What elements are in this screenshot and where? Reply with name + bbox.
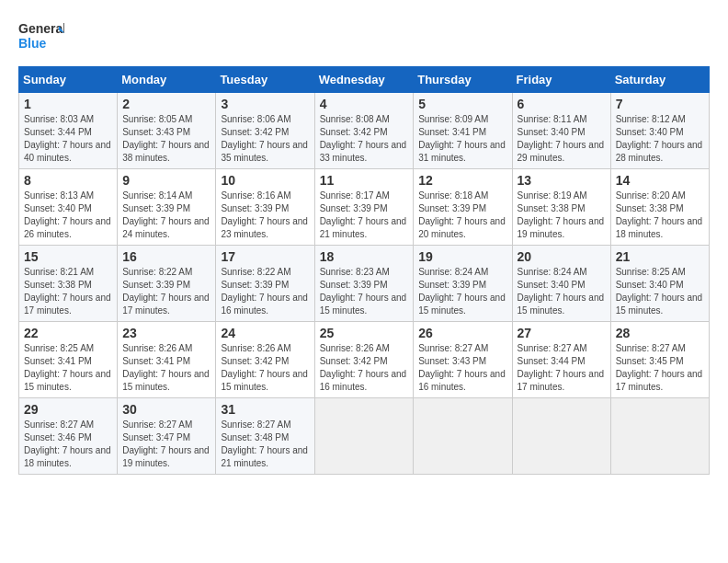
day-number: 23	[122, 326, 210, 340]
day-number: 28	[616, 326, 704, 340]
calendar-header-row: SundayMondayTuesdayWednesdayThursdayFrid…	[19, 67, 710, 93]
day-info: Sunrise: 8:18 AMSunset: 3:39 PMDaylight:…	[418, 190, 506, 239]
calendar-cell: 4 Sunrise: 8:08 AMSunset: 3:42 PMDayligh…	[314, 93, 414, 169]
column-header-friday: Friday	[512, 67, 610, 93]
calendar-cell: 16 Sunrise: 8:22 AMSunset: 3:39 PMDaylig…	[118, 246, 216, 322]
calendar-cell: 25 Sunrise: 8:26 AMSunset: 3:42 PMDaylig…	[314, 322, 414, 398]
calendar-cell: 20 Sunrise: 8:24 AMSunset: 3:40 PMDaylig…	[512, 246, 610, 322]
day-info: Sunrise: 8:27 AMSunset: 3:44 PMDaylight:…	[518, 343, 605, 392]
day-info: Sunrise: 8:27 AMSunset: 3:46 PMDaylight:…	[24, 419, 111, 468]
day-number: 19	[418, 249, 506, 264]
day-info: Sunrise: 8:14 AMSunset: 3:39 PMDaylight:…	[122, 190, 210, 239]
column-header-wednesday: Wednesday	[314, 67, 414, 93]
day-number: 15	[24, 249, 112, 264]
day-number: 12	[418, 173, 506, 188]
calendar-cell: 7 Sunrise: 8:12 AMSunset: 3:40 PMDayligh…	[610, 93, 709, 169]
day-info: Sunrise: 8:08 AMSunset: 3:42 PMDaylight:…	[320, 114, 407, 163]
calendar-cell: 21 Sunrise: 8:25 AMSunset: 3:40 PMDaylig…	[610, 246, 709, 322]
calendar-cell: 27 Sunrise: 8:27 AMSunset: 3:44 PMDaylig…	[512, 322, 610, 398]
day-number: 13	[518, 173, 606, 188]
day-info: Sunrise: 8:11 AMSunset: 3:40 PMDaylight:…	[518, 114, 605, 163]
column-header-thursday: Thursday	[414, 67, 512, 93]
calendar-cell: 26 Sunrise: 8:27 AMSunset: 3:43 PMDaylig…	[414, 322, 512, 398]
day-info: Sunrise: 8:26 AMSunset: 3:42 PMDaylight:…	[221, 343, 308, 392]
calendar-week-row: 22 Sunrise: 8:25 AMSunset: 3:41 PMDaylig…	[19, 322, 710, 398]
calendar-week-row: 29 Sunrise: 8:27 AMSunset: 3:46 PMDaylig…	[19, 398, 710, 475]
day-info: Sunrise: 8:03 AMSunset: 3:44 PMDaylight:…	[24, 114, 111, 163]
calendar-cell: 9 Sunrise: 8:14 AMSunset: 3:39 PMDayligh…	[118, 169, 216, 246]
day-info: Sunrise: 8:27 AMSunset: 3:47 PMDaylight:…	[122, 419, 210, 468]
calendar-cell: 14 Sunrise: 8:20 AMSunset: 3:38 PMDaylig…	[610, 169, 709, 246]
day-number: 16	[122, 249, 210, 264]
calendar-cell: 12 Sunrise: 8:18 AMSunset: 3:39 PMDaylig…	[414, 169, 512, 246]
day-info: Sunrise: 8:27 AMSunset: 3:43 PMDaylight:…	[418, 343, 506, 392]
day-number: 14	[616, 173, 704, 188]
day-info: Sunrise: 8:17 AMSunset: 3:39 PMDaylight:…	[320, 190, 407, 239]
calendar-cell: 5 Sunrise: 8:09 AMSunset: 3:41 PMDayligh…	[414, 93, 512, 169]
calendar-cell: 2 Sunrise: 8:05 AMSunset: 3:43 PMDayligh…	[118, 93, 216, 169]
day-info: Sunrise: 8:23 AMSunset: 3:39 PMDaylight:…	[320, 267, 407, 316]
day-number: 2	[122, 97, 210, 111]
calendar-cell: 11 Sunrise: 8:17 AMSunset: 3:39 PMDaylig…	[314, 169, 414, 246]
calendar-cell: 31 Sunrise: 8:27 AMSunset: 3:48 PMDaylig…	[216, 398, 314, 475]
calendar-cell: 30 Sunrise: 8:27 AMSunset: 3:47 PMDaylig…	[118, 398, 216, 475]
logo-svg: General Blue	[18, 18, 64, 57]
column-header-tuesday: Tuesday	[216, 67, 314, 93]
svg-text:General: General	[18, 21, 64, 36]
day-info: Sunrise: 8:27 AMSunset: 3:48 PMDaylight:…	[221, 419, 308, 468]
day-number: 26	[418, 326, 506, 340]
day-info: Sunrise: 8:24 AMSunset: 3:39 PMDaylight:…	[418, 267, 506, 316]
day-number: 18	[320, 249, 409, 264]
day-number: 30	[122, 402, 210, 417]
calendar-cell: 13 Sunrise: 8:19 AMSunset: 3:38 PMDaylig…	[512, 169, 610, 246]
day-info: Sunrise: 8:26 AMSunset: 3:42 PMDaylight:…	[320, 343, 407, 392]
day-info: Sunrise: 8:21 AMSunset: 3:38 PMDaylight:…	[24, 267, 111, 316]
day-number: 3	[221, 97, 309, 111]
column-header-saturday: Saturday	[610, 67, 709, 93]
calendar-cell: 3 Sunrise: 8:06 AMSunset: 3:42 PMDayligh…	[216, 93, 314, 169]
day-number: 17	[221, 249, 309, 264]
day-info: Sunrise: 8:13 AMSunset: 3:40 PMDaylight:…	[24, 190, 111, 239]
day-number: 21	[616, 249, 704, 264]
day-info: Sunrise: 8:26 AMSunset: 3:41 PMDaylight:…	[122, 343, 210, 392]
calendar-cell: 17 Sunrise: 8:22 AMSunset: 3:39 PMDaylig…	[216, 246, 314, 322]
day-number: 24	[221, 326, 309, 340]
day-info: Sunrise: 8:12 AMSunset: 3:40 PMDaylight:…	[616, 114, 703, 163]
day-info: Sunrise: 8:22 AMSunset: 3:39 PMDaylight:…	[221, 267, 308, 316]
calendar-cell	[314, 398, 414, 475]
day-number: 4	[320, 97, 409, 111]
calendar-week-row: 1 Sunrise: 8:03 AMSunset: 3:44 PMDayligh…	[19, 93, 710, 169]
day-number: 31	[221, 402, 309, 417]
day-number: 22	[24, 326, 112, 340]
day-number: 11	[320, 173, 409, 188]
day-info: Sunrise: 8:22 AMSunset: 3:39 PMDaylight:…	[122, 267, 210, 316]
day-info: Sunrise: 8:27 AMSunset: 3:45 PMDaylight:…	[616, 343, 703, 392]
calendar-cell: 15 Sunrise: 8:21 AMSunset: 3:38 PMDaylig…	[19, 246, 118, 322]
header: General Blue	[18, 18, 710, 57]
day-info: Sunrise: 8:05 AMSunset: 3:43 PMDaylight:…	[122, 114, 210, 163]
calendar-cell: 22 Sunrise: 8:25 AMSunset: 3:41 PMDaylig…	[19, 322, 118, 398]
calendar-cell	[610, 398, 709, 475]
logo: General Blue	[18, 18, 64, 57]
calendar-cell: 23 Sunrise: 8:26 AMSunset: 3:41 PMDaylig…	[118, 322, 216, 398]
day-number: 10	[221, 173, 309, 188]
day-number: 27	[518, 326, 606, 340]
calendar-table: SundayMondayTuesdayWednesdayThursdayFrid…	[18, 66, 710, 475]
calendar-cell: 10 Sunrise: 8:16 AMSunset: 3:39 PMDaylig…	[216, 169, 314, 246]
day-info: Sunrise: 8:25 AMSunset: 3:41 PMDaylight:…	[24, 343, 111, 392]
column-header-sunday: Sunday	[19, 67, 118, 93]
calendar-cell: 6 Sunrise: 8:11 AMSunset: 3:40 PMDayligh…	[512, 93, 610, 169]
day-info: Sunrise: 8:20 AMSunset: 3:38 PMDaylight:…	[616, 190, 703, 239]
day-number: 8	[24, 173, 112, 188]
calendar-cell: 29 Sunrise: 8:27 AMSunset: 3:46 PMDaylig…	[19, 398, 118, 475]
day-number: 29	[24, 402, 112, 417]
day-info: Sunrise: 8:06 AMSunset: 3:42 PMDaylight:…	[221, 114, 308, 163]
calendar-cell	[512, 398, 610, 475]
column-header-monday: Monday	[118, 67, 216, 93]
svg-text:Blue: Blue	[18, 36, 47, 51]
day-number: 25	[320, 326, 409, 340]
day-number: 7	[616, 97, 704, 111]
calendar-cell: 28 Sunrise: 8:27 AMSunset: 3:45 PMDaylig…	[610, 322, 709, 398]
day-info: Sunrise: 8:19 AMSunset: 3:38 PMDaylight:…	[518, 190, 605, 239]
calendar-cell: 1 Sunrise: 8:03 AMSunset: 3:44 PMDayligh…	[19, 93, 118, 169]
